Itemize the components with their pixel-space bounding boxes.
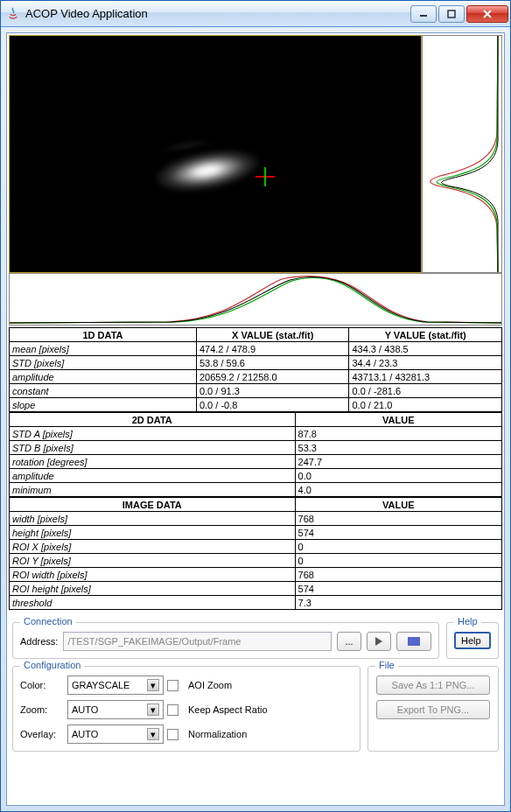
- profile-horizontal: [9, 273, 502, 326]
- keep-aspect-label: Keep Aspect Ratio: [188, 704, 328, 715]
- app-window: ACOP Video Application: [0, 0, 511, 812]
- color-label: Color:: [20, 680, 64, 690]
- help-legend: Help: [454, 616, 481, 626]
- address-input[interactable]: [63, 632, 332, 651]
- file-panel: File Save As 1:1 PNG... Export To PNG...: [368, 666, 499, 752]
- video-display[interactable]: [9, 35, 422, 273]
- table-row: ROI height [pixels]574: [10, 582, 502, 596]
- table-row: ROI Y [pixels]0: [10, 554, 502, 568]
- table-image: IMAGE DATA VALUE width [pixels]768 heigh…: [9, 497, 502, 610]
- table-row: height [pixels]574: [10, 526, 502, 540]
- configuration-legend: Configuration: [20, 660, 84, 670]
- svg-marker-4: [375, 637, 382, 646]
- configuration-panel: Configuration Color: GRAYSCALE▾ AOI Zoom…: [12, 666, 360, 752]
- aoi-zoom-label: AOI Zoom: [188, 680, 328, 690]
- table-row: amplitude0.0: [10, 469, 502, 483]
- table-header: X VALUE (stat./fit): [196, 328, 349, 342]
- table-header: VALUE: [295, 413, 501, 427]
- content-area: 1D DATA X VALUE (stat./fit) Y VALUE (sta…: [6, 32, 505, 806]
- overlay-label: Overlay:: [20, 729, 64, 739]
- zoom-select[interactable]: AUTO▾: [67, 700, 164, 719]
- table-row: STD [pixels]53.8 / 59.634.4 / 23.3: [10, 356, 502, 370]
- titlebar[interactable]: ACOP Video Application: [1, 1, 510, 27]
- table-row: ROI X [pixels]0: [10, 540, 502, 554]
- stop-button[interactable]: [396, 632, 431, 651]
- table-row: ROI width [pixels]768: [10, 568, 502, 582]
- help-button[interactable]: Help: [454, 632, 491, 649]
- chevron-down-icon: ▾: [147, 679, 159, 691]
- export-png-button[interactable]: Export To PNG...: [376, 700, 490, 719]
- java-icon: [6, 7, 20, 21]
- table-row: rotation [degrees]247.7: [10, 455, 502, 469]
- table-1d: 1D DATA X VALUE (stat./fit) Y VALUE (sta…: [9, 327, 502, 412]
- maximize-button[interactable]: [438, 5, 465, 23]
- svg-rect-5: [408, 637, 420, 646]
- aoi-zoom-checkbox[interactable]: [167, 680, 178, 691]
- connection-panel: Connection Address: ...: [12, 622, 439, 659]
- normalization-checkbox[interactable]: [167, 729, 178, 740]
- minimize-button[interactable]: [410, 5, 437, 23]
- zoom-label: Zoom:: [20, 704, 64, 715]
- window-title: ACOP Video Application: [25, 7, 409, 20]
- connection-legend: Connection: [20, 616, 76, 626]
- table-row: threshold7.3: [10, 596, 502, 610]
- address-label: Address:: [20, 636, 58, 647]
- table-header: 1D DATA: [10, 328, 197, 342]
- table-row: minimum4.0: [10, 483, 502, 497]
- table-header: IMAGE DATA: [10, 498, 296, 512]
- table-row: slope0.0 / -0.80.0 / 21.0: [10, 398, 502, 412]
- close-button[interactable]: [466, 5, 508, 23]
- table-row: STD A [pixels]87.8: [10, 427, 502, 441]
- chevron-down-icon: ▾: [147, 728, 159, 740]
- play-button[interactable]: [367, 632, 391, 651]
- table-header: Y VALUE (stat./fit): [349, 328, 502, 342]
- overlay-select[interactable]: AUTO▾: [67, 724, 164, 744]
- save-as-png-button[interactable]: Save As 1:1 PNG...: [376, 676, 490, 695]
- help-panel: Help Help: [446, 622, 499, 659]
- normalization-label: Normalization: [188, 729, 328, 739]
- file-legend: File: [375, 660, 398, 670]
- table-2d: 2D DATA VALUE STD A [pixels]87.8 STD B […: [9, 412, 502, 497]
- chevron-down-icon: ▾: [147, 704, 159, 716]
- profile-vertical: [422, 35, 502, 273]
- browse-button[interactable]: ...: [337, 632, 361, 651]
- table-header: 2D DATA: [10, 413, 296, 427]
- data-tables: 1D DATA X VALUE (stat./fit) Y VALUE (sta…: [9, 327, 502, 610]
- table-row: STD B [pixels]53.3: [10, 441, 502, 455]
- table-row: width [pixels]768: [10, 512, 502, 526]
- play-icon: [374, 637, 383, 646]
- color-select[interactable]: GRAYSCALE▾: [67, 676, 164, 695]
- keep-aspect-checkbox[interactable]: [167, 704, 178, 716]
- svg-rect-1: [448, 10, 455, 18]
- table-row: amplitude20659.2 / 21258.043713.1 / 4328…: [10, 370, 502, 384]
- table-header: VALUE: [295, 498, 501, 512]
- table-row: mean [pixels]474.2 / 478.9434.3 / 438.5: [10, 342, 502, 356]
- stop-icon: [408, 637, 420, 646]
- table-row: constant0.0 / 91.30.0 / -281.6: [10, 384, 502, 398]
